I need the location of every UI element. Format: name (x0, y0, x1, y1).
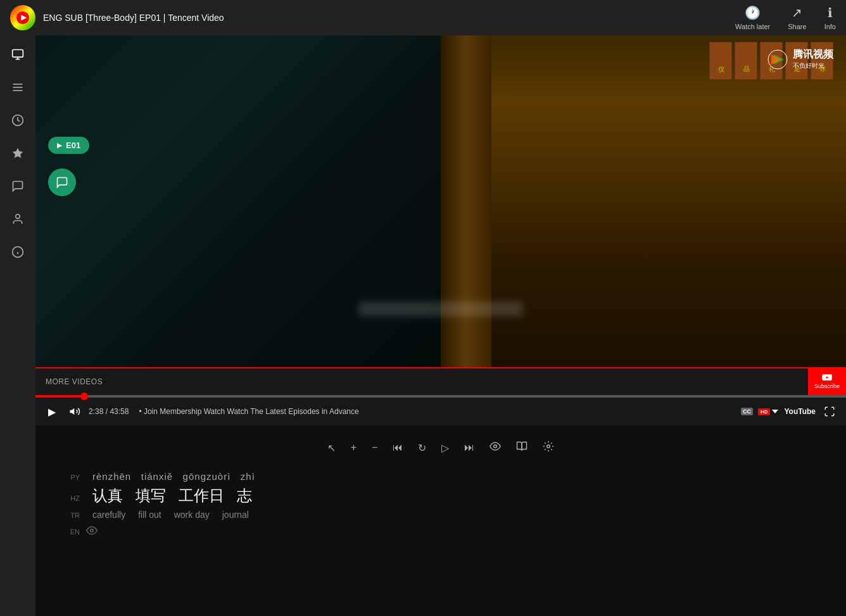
tencent-brand-sub: 不负好时光 (793, 61, 833, 70)
sidebar-item-info[interactable] (6, 241, 29, 263)
video-scene: 仪 品 礼 足 你 腾讯视频 不负好时光 (35, 35, 846, 367)
episode-arrow-icon: ▶ (57, 142, 62, 149)
tr-word-3[interactable]: work day (174, 510, 210, 520)
sign-2: 品 (735, 42, 757, 80)
hz-word-3[interactable]: 工作日 (179, 486, 224, 506)
sidebar-item-account[interactable] (6, 208, 29, 230)
subtitle-lines: PY rènzhēn tiánxiě gōngzuòrì zhì HZ 认真 填… (35, 462, 846, 544)
subscribe-button[interactable]: Subscribe (808, 368, 846, 395)
subtitle-rotate-btn[interactable]: ↻ (414, 439, 430, 456)
hz-word-2[interactable]: 填写 (136, 486, 166, 506)
sign-1: 仪 (709, 42, 732, 80)
en-label: EN (61, 528, 80, 536)
sidebar-item-comments[interactable] (6, 175, 29, 198)
subtitle-plus-btn[interactable]: + (347, 439, 360, 456)
subtitle-skip-back-btn[interactable]: ⏮ (389, 439, 407, 456)
scene-left (35, 35, 441, 367)
watch-later-button[interactable]: 🕐 Watch later (735, 5, 770, 30)
share-icon: ↗ (792, 5, 802, 20)
main-area: 仪 品 礼 足 你 腾讯视频 不负好时光 (0, 35, 846, 616)
svg-point-10 (16, 215, 20, 219)
left-sidebar (0, 35, 35, 616)
progress-bar[interactable] (35, 395, 846, 398)
video-player[interactable]: 仪 品 礼 足 你 腾讯视频 不负好时光 (35, 35, 846, 367)
video-title: ENG SUB [Three-Body] EP01 | Tencent Vide… (43, 13, 735, 23)
scene-wall (441, 35, 491, 367)
info-button[interactable]: ℹ Info (824, 5, 836, 30)
tr-content: carefully fill out work day journal (92, 510, 249, 520)
fullscreen-button[interactable] (821, 403, 838, 420)
subtitle-settings-btn[interactable] (539, 438, 558, 457)
episode-label: E01 (66, 141, 80, 150)
hz-word-4[interactable]: 志 (237, 486, 252, 506)
subtitle-minus-btn[interactable]: − (368, 439, 381, 456)
tr-label: TR (61, 512, 80, 519)
hz-label: HZ (61, 494, 80, 502)
progress-dot (80, 393, 88, 400)
subtitle-tr-row: TR carefully fill out work day journal (61, 510, 821, 520)
sidebar-item-favorites[interactable] (6, 142, 29, 165)
svg-point-18 (494, 445, 497, 448)
py-word-3[interactable]: gōngzuòrì (183, 471, 231, 482)
chat-button[interactable] (48, 168, 76, 196)
py-word-1[interactable]: rènzhēn (92, 471, 131, 482)
py-word-2[interactable]: tiánxiě (141, 471, 173, 482)
hz-word-1[interactable]: 认真 (92, 486, 123, 506)
more-videos-bar: MORE VIDEOS Subscribe (35, 367, 846, 395)
svg-rect-2 (13, 50, 23, 58)
sidebar-item-history[interactable] (6, 109, 29, 132)
py-content: rènzhēn tiánxiě gōngzuòrì zhì (92, 471, 255, 482)
player-right-controls: CC HD YouTube (741, 403, 838, 420)
progress-fill (35, 395, 84, 398)
subtitle-book-btn[interactable] (512, 438, 531, 457)
subtitle-arrow-btn[interactable]: ↖ (324, 439, 339, 456)
svg-marker-9 (13, 148, 23, 158)
subtitle-forward-small-btn[interactable]: ▷ (438, 439, 453, 456)
info-circle-icon: ℹ (828, 5, 833, 20)
hd-badge: HD (758, 408, 771, 415)
top-bar-actions: 🕐 Watch later ↗ Share ℹ Info (735, 5, 836, 30)
svg-point-19 (547, 445, 550, 448)
en-visibility-icon[interactable] (86, 525, 98, 539)
sidebar-item-list[interactable] (6, 76, 29, 99)
subtitle-eye-btn[interactable] (486, 438, 505, 457)
hz-content: 认真 填写 工作日 志 (92, 486, 252, 506)
py-word-4[interactable]: zhì (241, 471, 255, 482)
time-display: 2:38 / 43:58 (89, 407, 129, 416)
subtitle-toolbar: ↖ + − ⏮ ↻ ▷ ⏭ (35, 433, 846, 462)
video-container: 仪 品 礼 足 你 腾讯视频 不负好时光 (35, 35, 846, 616)
subscribe-label: Subscribe (814, 383, 840, 389)
tr-word-2[interactable]: fill out (138, 510, 161, 520)
svg-marker-17 (772, 410, 778, 413)
top-bar: ENG SUB [Three-Body] EP01 | Tencent Vide… (0, 0, 846, 35)
sidebar-item-tv[interactable] (6, 43, 29, 66)
subtitle-hz-row: HZ 认真 填写 工作日 志 (61, 486, 821, 506)
player-controls: ▶ 2:38 / 43:58 • Join Membership Watch W… (35, 398, 846, 425)
subtitle-tools: ↖ + − ⏮ ↻ ▷ ⏭ (35, 425, 846, 616)
subtitle-py-row: PY rènzhēn tiánxiě gōngzuòrì zhì (61, 471, 821, 482)
play-button[interactable]: ▶ (43, 403, 61, 420)
subtitle-en-row: EN (61, 525, 821, 539)
membership-text: • Join Membership Watch Watch The Latest… (139, 407, 735, 416)
more-videos-label: MORE VIDEOS (46, 377, 103, 386)
tr-word-1[interactable]: carefully (92, 510, 125, 520)
tencent-logo: 腾讯视频 不负好时光 (767, 48, 833, 70)
watch-later-icon: 🕐 (745, 5, 761, 20)
share-button[interactable]: ↗ Share (788, 5, 806, 30)
tr-word-4[interactable]: journal (222, 510, 249, 520)
py-label: PY (61, 474, 80, 481)
tencent-brand-name: 腾讯视频 (793, 48, 833, 61)
cc-badge[interactable]: CC (741, 408, 753, 415)
subtitle-skip-next-btn[interactable]: ⏭ (460, 439, 478, 456)
svg-point-20 (91, 529, 94, 532)
youtube-logo: YouTube (784, 407, 816, 416)
quality-button[interactable]: HD (758, 408, 780, 415)
episode-badge[interactable]: ▶ E01 (48, 137, 89, 154)
volume-button[interactable] (66, 403, 84, 420)
subtitle-blur (358, 301, 523, 317)
time-total: 43:58 (110, 407, 129, 416)
time-current: 2:38 (89, 407, 103, 416)
app-logo (10, 5, 35, 30)
